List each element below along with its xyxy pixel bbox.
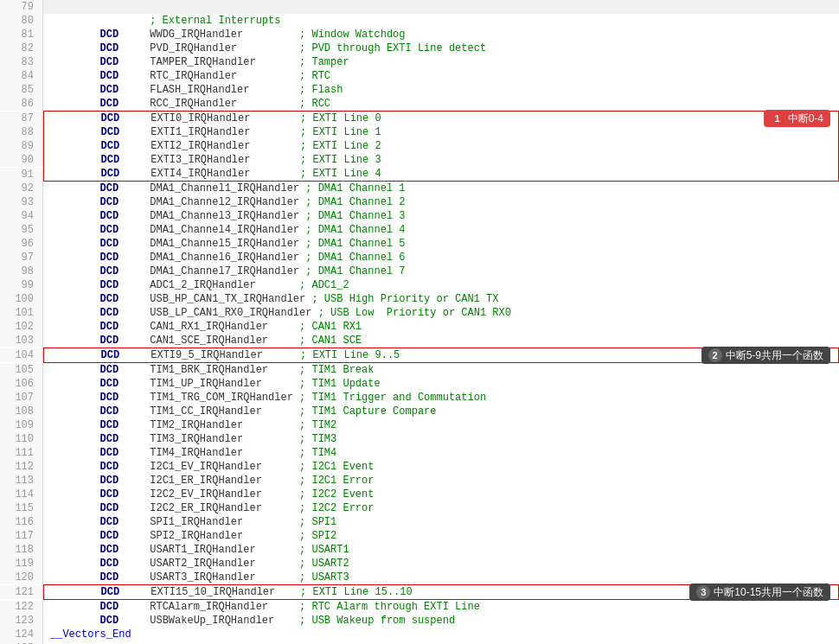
line-number: 90 [0, 153, 43, 167]
line-number: 79 [0, 0, 43, 14]
line-content: DCD DMA1_Channel3_IRQHandler ; DMA1 Chan… [43, 209, 839, 223]
line-content: DCD USART1_IRQHandler ; USART1 [43, 543, 839, 557]
line-content: DCD PVD_IRQHandler ; PVD through EXTI Li… [43, 41, 839, 55]
line-content: DCD RTCAlarm_IRQHandler ; RTC Alarm thro… [43, 600, 839, 614]
line-number: 116 [0, 515, 43, 529]
line-number: 94 [0, 209, 43, 223]
code-line: 90 DCD EXTI3_IRQHandler ; EXTI Line 3 [0, 153, 839, 167]
line-content: DCD USB_LP_CAN1_RX0_IRQHandler ; USB Low… [43, 306, 839, 320]
code-line: 101 DCD USB_LP_CAN1_RX0_IRQHandler ; USB… [0, 306, 839, 320]
code-line: 91 DCD EXTI4_IRQHandler ; EXTI Line 4 [0, 167, 839, 182]
line-content: DCD USBWakeUp_IRQHandler ; USB Wakeup fr… [43, 614, 839, 628]
line-number: 123 [0, 614, 43, 628]
line-number: 113 [0, 474, 43, 488]
line-content: DCD SPI2_IRQHandler ; SPI2 [43, 529, 839, 543]
line-number: 88 [0, 125, 43, 139]
line-number: 124 [0, 628, 43, 641]
line-content: DCD ADC1_2_IRQHandler ; ADC1_2 [43, 278, 839, 292]
line-content: DCD I2C2_ER_IRQHandler ; I2C2 Error [43, 501, 839, 515]
code-line: 113 DCD I2C1_ER_IRQHandler ; I2C1 Error [0, 474, 839, 488]
line-number: 118 [0, 543, 43, 557]
code-line: 87 DCD EXTI0_IRQHandler ; EXTI Line 01中断… [0, 111, 839, 125]
line-number: 82 [0, 41, 43, 55]
code-line: 100 DCD USB_HP_CAN1_TX_IRQHandler ; USB … [0, 292, 839, 306]
annotation-bubble: 3中断10-15共用一个函数 [689, 583, 830, 601]
code-line: 89 DCD EXTI2_IRQHandler ; EXTI Line 2 [0, 139, 839, 153]
line-content: DCD DMA1_Channel5_IRQHandler ; DMA1 Chan… [43, 237, 839, 251]
code-line: 112 DCD I2C1_EV_IRQHandler ; I2C1 Event [0, 460, 839, 474]
line-number: 114 [0, 488, 43, 501]
line-content: DCD EXTI2_IRQHandler ; EXTI Line 2 [43, 139, 839, 153]
code-line: 119 DCD USART2_IRQHandler ; USART2 [0, 557, 839, 571]
code-line: 94 DCD DMA1_Channel3_IRQHandler ; DMA1 C… [0, 209, 839, 223]
line-content: DCD EXTI4_IRQHandler ; EXTI Line 4 [43, 167, 839, 182]
line-content: DCD DMA1_Channel2_IRQHandler ; DMA1 Chan… [43, 195, 839, 209]
line-number: 92 [0, 182, 43, 195]
line-number: 102 [0, 320, 43, 334]
line-content: DCD I2C2_EV_IRQHandler ; I2C2 Event [43, 488, 839, 501]
annotation-label: 中断0-4 [788, 112, 823, 125]
code-line: 80 ; External Interrupts [0, 14, 839, 28]
code-line: 116 DCD SPI1_IRQHandler ; SPI1 [0, 515, 839, 529]
code-line: 124__Vectors_End [0, 628, 839, 641]
line-content: DCD EXTI3_IRQHandler ; EXTI Line 3 [43, 153, 839, 167]
line-content: DCD CAN1_RX1_IRQHandler ; CAN1 RX1 [43, 320, 839, 334]
line-content: DCD TIM1_UP_IRQHandler ; TIM1 Update [43, 377, 839, 391]
line-content: DCD SPI1_IRQHandler ; SPI1 [43, 515, 839, 529]
line-number: 93 [0, 195, 43, 209]
code-line: 103 DCD CAN1_SCE_IRQHandler ; CAN1 SCE [0, 334, 839, 348]
line-number: 85 [0, 83, 43, 97]
line-number: 80 [0, 14, 43, 28]
line-number: 108 [0, 405, 43, 418]
code-line: 82 DCD PVD_IRQHandler ; PVD through EXTI… [0, 41, 839, 55]
annotation-number: 1 [771, 112, 785, 125]
line-number: 119 [0, 557, 43, 571]
line-number: 81 [0, 28, 43, 41]
code-line: 86 DCD RCC_IRQHandler ; RCC [0, 97, 839, 111]
line-number: 87 [0, 112, 43, 125]
code-line: 120 DCD USART3_IRQHandler ; USART3 [0, 571, 839, 584]
code-editor: 7980 ; External Interrupts81 DCD WWDG_IR… [0, 0, 839, 644]
line-number: 115 [0, 501, 43, 515]
code-line: 93 DCD DMA1_Channel2_IRQHandler ; DMA1 C… [0, 195, 839, 209]
code-line: 110 DCD TIM3_IRQHandler ; TIM3 [0, 432, 839, 446]
line-content: DCD RTC_IRQHandler ; RTC [43, 69, 839, 83]
annotation-number: 3 [696, 585, 710, 599]
code-line: 121 DCD EXTI15_10_IRQHandler ; EXTI Line… [0, 584, 839, 600]
line-content: DCD DMA1_Channel4_IRQHandler ; DMA1 Chan… [43, 223, 839, 237]
code-line: 102 DCD CAN1_RX1_IRQHandler ; CAN1 RX1 [0, 320, 839, 334]
line-content: DCD CAN1_SCE_IRQHandler ; CAN1 SCE [43, 334, 839, 348]
line-number: 83 [0, 55, 43, 69]
line-content: DCD EXTI1_IRQHandler ; EXTI Line 1 [43, 125, 839, 139]
code-line: 96 DCD DMA1_Channel5_IRQHandler ; DMA1 C… [0, 237, 839, 251]
line-number: 121 [0, 585, 43, 599]
line-number: 101 [0, 306, 43, 320]
line-content: DCD TIM2_IRQHandler ; TIM2 [43, 418, 839, 432]
code-line: 104 DCD EXTI9_5_IRQHandler ; EXTI Line 9… [0, 348, 839, 363]
line-number: 104 [0, 348, 43, 362]
line-number: 86 [0, 97, 43, 111]
code-line: 95 DCD DMA1_Channel4_IRQHandler ; DMA1 C… [0, 223, 839, 237]
code-line: 85 DCD FLASH_IRQHandler ; Flash [0, 83, 839, 97]
code-line: 83 DCD TAMPER_IRQHandler ; Tamper [0, 55, 839, 69]
line-content: DCD TIM1_CC_IRQHandler ; TIM1 Capture Co… [43, 405, 839, 418]
line-content: ; External Interrupts [43, 14, 839, 28]
line-number: 99 [0, 278, 43, 292]
code-line: 118 DCD USART1_IRQHandler ; USART1 [0, 543, 839, 557]
line-number: 91 [0, 168, 43, 182]
line-number: 84 [0, 69, 43, 83]
line-content: DCD USART3_IRQHandler ; USART3 [43, 571, 839, 584]
code-line: 105 DCD TIM1_BRK_IRQHandler ; TIM1 Break [0, 363, 839, 377]
code-line: 81 DCD WWDG_IRQHandler ; Window Watchdog [0, 28, 839, 41]
annotation-bubble: 1中断0-4 [764, 110, 830, 127]
code-line: 115 DCD I2C2_ER_IRQHandler ; I2C2 Error [0, 501, 839, 515]
code-line: 117 DCD SPI2_IRQHandler ; SPI2 [0, 529, 839, 543]
line-number: 96 [0, 237, 43, 251]
line-content: DCD DMA1_Channel7_IRQHandler ; DMA1 Chan… [43, 265, 839, 278]
line-number: 89 [0, 139, 43, 153]
line-number: 110 [0, 432, 43, 446]
code-line: 92 DCD DMA1_Channel1_IRQHandler ; DMA1 C… [0, 182, 839, 195]
annotation-number: 2 [708, 348, 722, 362]
line-number: 117 [0, 529, 43, 543]
line-content: DCD TIM4_IRQHandler ; TIM4 [43, 446, 839, 460]
